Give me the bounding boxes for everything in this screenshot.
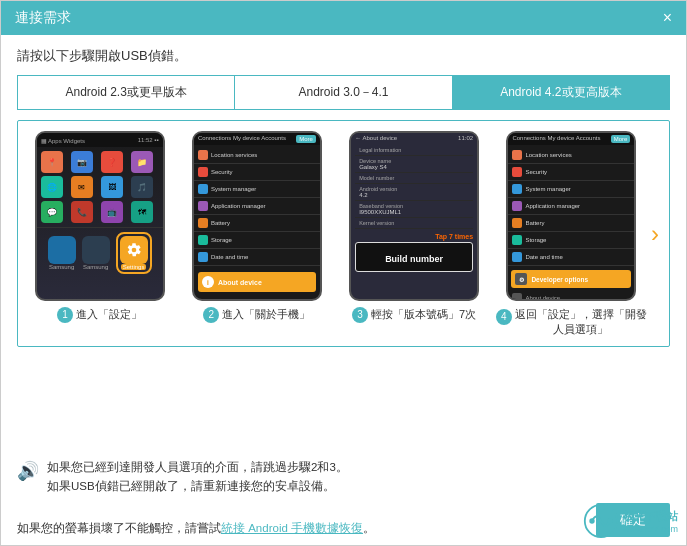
tabs-container: Android 2.3或更早版本 Android 3.0－4.1 Android… [17, 75, 670, 110]
bottom-row: 如果您的螢幕損壞了不能觸控，請嘗試統接 Android 手機數據恢復。 確定 [17, 503, 670, 537]
step4-label: 4返回「設定」，選擇「開發人員選項」 [496, 307, 647, 338]
title-bar: 連接需求 × [1, 1, 686, 35]
step-3: ← About device 11:02 Legal information D… [339, 131, 490, 338]
close-button[interactable]: × [663, 10, 672, 26]
watermark-line2: www.xz7.com [623, 524, 678, 534]
dialog-title: 連接需求 [15, 9, 71, 27]
recovery-link[interactable]: 統接 Android 手機數據恢復 [221, 522, 363, 534]
step3-screen: ← About device 11:02 Legal information D… [349, 131, 479, 301]
step2-screen: Connections My device Accounts More Loca… [192, 131, 322, 301]
tab-android23[interactable]: Android 2.3或更早版本 [18, 76, 235, 109]
steps-container: ▦ Apps Widgets 11:52 ▪▪ 📍 📷 ❓ 📁 🌐 ✉ 🖼 🎵 [17, 120, 670, 347]
step-4: Connections My device Accounts More Loca… [496, 131, 647, 338]
tab-android42[interactable]: Android 4.2或更高版本 [453, 76, 669, 109]
svg-point-1 [589, 518, 594, 523]
notice-box: 🔊 如果您已經到達開發人員選項的介面，請跳過步驟2和3。 如果USB偵錯已經開啟… [17, 458, 670, 495]
steps-inner: ▦ Apps Widgets 11:52 ▪▪ 📍 📷 ❓ 📁 🌐 ✉ 🖼 🎵 [24, 131, 647, 338]
tab-android30[interactable]: Android 3.0－4.1 [235, 76, 452, 109]
next-arrow[interactable]: › [647, 220, 663, 248]
notice-line1: 如果您已經到達開發人員選項的介面，請跳過步驟2和3。 [47, 458, 348, 476]
developer-options-highlight: ⚙ Developer options [511, 270, 631, 288]
build-number-highlight: Build number [355, 242, 473, 272]
tap-label: Tap 7 times [355, 233, 473, 240]
step2-label: 2進入「關於手機」 [203, 307, 310, 323]
notice-text: 如果您已經到達開發人員選項的介面，請跳過步驟2和3。 如果USB偵錯已經開啟了，… [47, 458, 348, 495]
connection-dialog: 連接需求 × 請按以下步驟開啟USB偵錯。 Android 2.3或更早版本 A… [0, 0, 687, 546]
step3-label: 3輕按「版本號碼」7次 [352, 307, 476, 323]
step1-screen: ▦ Apps Widgets 11:52 ▪▪ 📍 📷 ❓ 📁 🌐 ✉ 🖼 🎵 [35, 131, 165, 301]
step1-label: 1進入「設定」 [57, 307, 142, 323]
step-2: Connections My device Accounts More Loca… [181, 131, 332, 338]
svg-point-2 [607, 518, 612, 523]
watermark-line1: 极光下载站 [623, 509, 678, 524]
about-device-highlight: i About device [198, 272, 316, 292]
watermark: 极光下载站 www.xz7.com [583, 503, 678, 539]
step-1: ▦ Apps Widgets 11:52 ▪▪ 📍 📷 ❓ 📁 🌐 ✉ 🖼 🎵 [24, 131, 175, 338]
step4-screen: Connections My device Accounts More Loca… [506, 131, 636, 301]
dialog-content: 請按以下步驟開啟USB偵錯。 Android 2.3或更早版本 Android … [1, 35, 686, 450]
notice-line2: 如果USB偵錯已經開啟了，請重新連接您的安卓設備。 [47, 477, 348, 495]
watermark-logo-icon [583, 503, 619, 539]
instruction-text: 請按以下步驟開啟USB偵錯。 [17, 47, 670, 65]
speaker-icon: 🔊 [17, 460, 39, 482]
extra-note: 如果您的螢幕損壞了不能觸控，請嘗試統接 Android 手機數據恢復。 [17, 520, 375, 537]
